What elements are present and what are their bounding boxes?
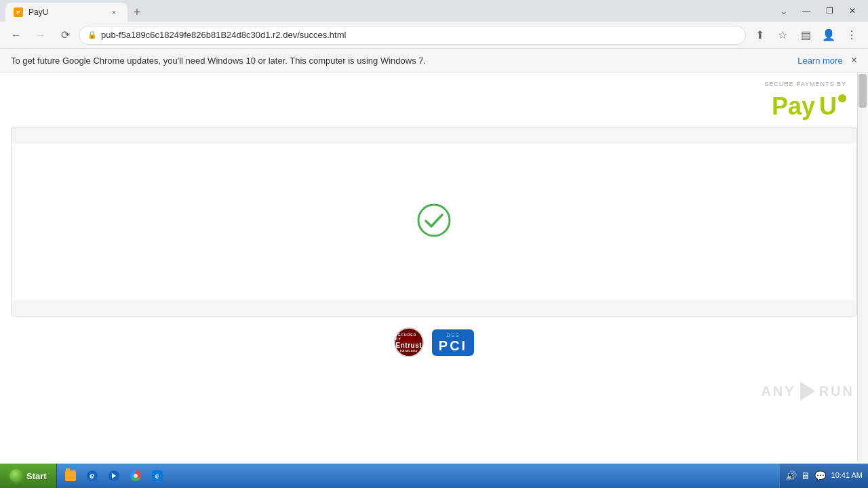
system-tray: 🔊 🖥 💬 10:41 AM <box>779 464 868 488</box>
start-label: Start <box>26 471 47 481</box>
anyrun-play-icon <box>800 382 815 401</box>
navigation-bar: ← → ⟳ 🔒 pub-f5a189c6c18249fe826b81B24d8c… <box>0 22 868 49</box>
tab-strip: P PayU × + <box>5 0 772 22</box>
address-bar[interactable]: 🔒 pub-f5a189c6c18249fe826b81B24d8c30d1.r… <box>79 26 746 45</box>
tab-close-button[interactable]: × <box>108 7 119 18</box>
success-check-svg <box>416 203 452 238</box>
start-button[interactable]: Start <box>0 464 57 488</box>
scrollbar-track[interactable] <box>857 73 868 462</box>
sidebar-button[interactable]: ▤ <box>795 24 816 46</box>
taskbar-folder-icon[interactable] <box>60 466 81 485</box>
taskbar-ie-item[interactable] <box>81 466 103 485</box>
pci-dss-text: DSS <box>446 332 459 338</box>
maximize-button[interactable]: ❐ <box>819 4 840 18</box>
system-clock[interactable]: 10:41 AM <box>831 470 863 481</box>
anyrun-text: ANY <box>761 384 795 399</box>
bookmark-button[interactable]: ☆ <box>772 24 793 46</box>
notification-icon[interactable]: 💬 <box>814 470 826 481</box>
anyrun-watermark: ANY RUN <box>761 382 854 401</box>
nav-actions: ⬆ ☆ ▤ 👤 ⋮ <box>749 24 863 46</box>
back-button[interactable]: ← <box>5 24 27 46</box>
page-content-area: SECURE PAYMENTS BY Pay U <box>0 73 868 462</box>
minimize-button[interactable]: — <box>796 4 816 18</box>
window-controls: — ❐ ✕ <box>796 4 863 18</box>
card-inner <box>12 144 856 300</box>
title-bar: P PayU × + ⌄ — ❐ ✕ <box>0 0 868 22</box>
payu-logo-area: SECURE PAYMENTS BY Pay U <box>764 81 846 121</box>
payu-logo-svg: Pay U <box>772 89 846 121</box>
url-text: pub-f5a189c6c18249fe826b81B24d8c30d1.r2.… <box>101 30 737 40</box>
start-orb-icon <box>9 469 23 483</box>
page-footer: SECURED BY Entrust DATACARD DSS PCI <box>0 317 868 368</box>
main-card <box>11 127 857 317</box>
tab-title: PayU <box>28 7 48 17</box>
secure-payments-label: SECURE PAYMENTS BY <box>764 81 846 87</box>
entrust-top-text: SECURED BY <box>395 333 422 341</box>
svg-text:Pay: Pay <box>772 92 815 120</box>
network-icon[interactable]: 🖥 <box>801 470 810 481</box>
info-bar-actions: Learn more × <box>797 54 857 66</box>
entrust-main-text: Entrust <box>396 342 422 349</box>
profile-button[interactable]: 👤 <box>818 24 840 46</box>
pci-main-text: PCI <box>439 338 467 353</box>
lock-icon: 🔒 <box>87 30 97 39</box>
chrome-icon <box>130 470 141 481</box>
payu-header: SECURE PAYMENTS BY Pay U <box>0 73 868 127</box>
volume-icon[interactable]: 🔊 <box>785 470 797 481</box>
info-bar-message: To get future Google Chrome updates, you… <box>11 56 426 66</box>
info-bar-close-button[interactable]: × <box>851 54 857 66</box>
payu-logo: Pay U <box>772 89 846 121</box>
scrollbar-thumb[interactable] <box>859 74 867 108</box>
svg-text:U: U <box>819 92 837 120</box>
ie-icon <box>87 470 98 481</box>
svg-point-3 <box>418 205 450 236</box>
info-bar: To get future Google Chrome updates, you… <box>0 49 868 73</box>
close-button[interactable]: ✕ <box>842 4 863 18</box>
learn-more-link[interactable]: Learn more <box>797 56 842 66</box>
taskbar: Start e 🔊 🖥 💬 10:41 AM <box>0 464 868 488</box>
taskbar-edge-item[interactable]: e <box>146 466 168 485</box>
tab-list-chevron[interactable]: ⌄ <box>774 1 793 20</box>
taskbar-items: e <box>57 464 779 488</box>
tray-icons: 🔊 🖥 💬 <box>785 470 826 481</box>
new-tab-button[interactable]: + <box>127 3 146 22</box>
entrust-badge: SECURED BY Entrust DATACARD <box>394 327 424 357</box>
taskbar-media-item[interactable] <box>103 466 125 485</box>
anyrun-run-text: RUN <box>819 384 854 399</box>
edge-icon: e <box>152 470 163 481</box>
success-icon-container <box>416 203 452 241</box>
share-button[interactable]: ⬆ <box>749 24 770 46</box>
menu-button[interactable]: ⋮ <box>841 24 863 46</box>
active-tab[interactable]: P PayU × <box>5 3 127 22</box>
media-icon <box>108 470 119 481</box>
folder-icon <box>65 470 76 481</box>
tab-favicon: P <box>14 7 23 17</box>
forward-button[interactable]: → <box>30 24 52 46</box>
svg-point-2 <box>838 94 846 102</box>
entrust-bottom-text: DATACARD <box>400 349 418 352</box>
pci-badge: DSS PCI <box>432 329 474 356</box>
taskbar-chrome-item[interactable] <box>125 466 146 485</box>
reload-button[interactable]: ⟳ <box>54 24 76 46</box>
clock-time: 10:41 AM <box>831 470 863 481</box>
